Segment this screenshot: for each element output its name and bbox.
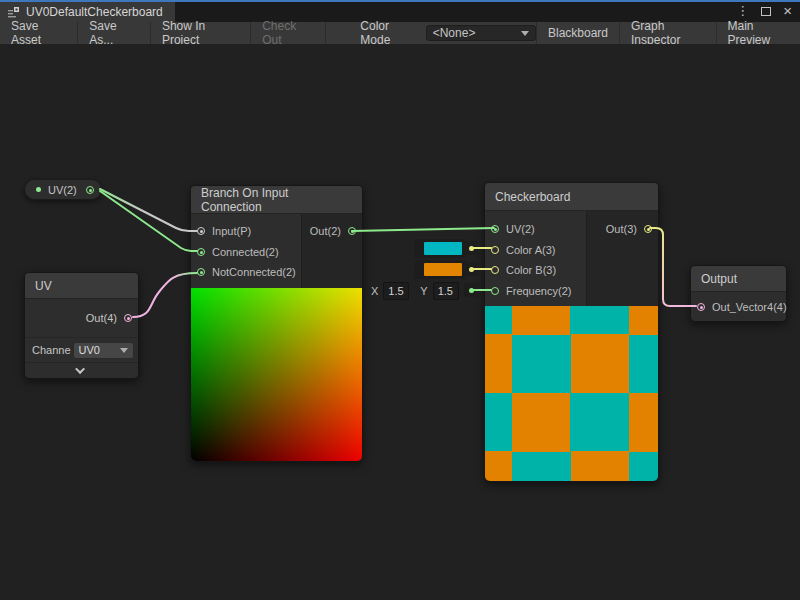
shader-graph-icon xyxy=(7,6,20,19)
uv-channel-row: Channe UV0 xyxy=(25,337,138,362)
collapse-preview-chevron-icon[interactable] xyxy=(75,364,85,374)
close-icon[interactable]: × xyxy=(783,4,792,18)
edge-out4-to-notconnected[interactable] xyxy=(133,273,197,317)
color-b-connector xyxy=(464,262,478,276)
checkerboard-preview xyxy=(485,306,658,481)
branch-preview xyxy=(191,288,362,461)
window-menu-icon[interactable]: ⋮ xyxy=(736,4,749,18)
color-a-connector xyxy=(464,241,478,255)
color-mode-label: Color Mode xyxy=(360,19,416,47)
shader-graph-window: UV0DefaultCheckerboard ⋮ × Save Asset Sa… xyxy=(0,0,800,600)
node-uv[interactable]: UV Out(4) Channe UV0 xyxy=(24,272,139,379)
node-uv2-pill[interactable]: UV(2) xyxy=(24,179,102,200)
window-controls: ⋮ × xyxy=(736,3,792,19)
color-b-connector-dot xyxy=(469,267,474,272)
checkerboard-frequency-label: Frequency(2) xyxy=(506,285,571,297)
save-as-button[interactable]: Save As... xyxy=(78,22,151,44)
node-checkerboard[interactable]: Checkerboard Out(3) UV(2) Color A(3) xyxy=(484,182,659,482)
toolbar: Save Asset Save As... Show In Project Ch… xyxy=(0,22,800,44)
color-mode-group: Color Mode <None> xyxy=(360,22,536,44)
channel-label: Channe xyxy=(32,344,71,356)
color-a-swatch[interactable] xyxy=(424,242,462,255)
port-branch-notconnected[interactable] xyxy=(197,268,205,276)
branch-input-label: Input(P) xyxy=(212,225,251,237)
port-checkerboard-frequency[interactable] xyxy=(491,287,499,295)
checkerboard-colora-label: Color A(3) xyxy=(506,244,556,256)
output-node-title: Output xyxy=(691,266,786,292)
branch-connected-label: Connected(2) xyxy=(212,246,279,258)
checkerboard-out-label: Out(3) xyxy=(606,223,637,235)
frequency-connector-dot xyxy=(469,288,474,293)
color-mode-dropdown[interactable]: <None> xyxy=(426,25,536,41)
tab-title: UV0DefaultCheckerboard xyxy=(26,5,163,19)
checkerboard-node-body: Out(3) UV(2) Color A(3) Color B(3) xyxy=(485,211,658,306)
frequency-field: X 1.5 Y 1.5 xyxy=(371,281,459,300)
checkerboard-out-row: Out(3) xyxy=(587,219,658,240)
port-branch-connected[interactable] xyxy=(197,248,205,256)
main-preview-button[interactable]: Main Preview xyxy=(716,22,800,44)
color-b-swatch[interactable] xyxy=(424,263,462,276)
port-checkerboard-color-b[interactable] xyxy=(491,266,499,274)
chevron-down-icon xyxy=(521,31,529,36)
frequency-y-input[interactable]: 1.5 xyxy=(433,282,459,300)
check-out-button: Check Out xyxy=(251,22,326,44)
frequency-y-label: Y xyxy=(420,285,427,297)
save-asset-button[interactable]: Save Asset xyxy=(0,22,78,44)
port-output-vector4[interactable] xyxy=(697,303,705,311)
output-port-row: Out_Vector4(4) xyxy=(691,292,786,321)
uv2-pill-dot-icon xyxy=(36,187,41,192)
branch-notconnected-label: NotConnected(2) xyxy=(212,266,296,278)
port-branch-out[interactable] xyxy=(348,227,356,235)
node-branch-on-input-connection[interactable]: Branch On Input Connection Out(2) Input(… xyxy=(190,185,363,462)
branch-node-body: Out(2) Input(P) Connected(2) NotConnecte… xyxy=(191,214,362,288)
output-port-label: Out_Vector4(4) xyxy=(712,301,787,313)
frequency-x-label: X xyxy=(371,285,378,297)
edge-uv2-to-input[interactable] xyxy=(100,189,197,231)
port-checkerboard-color-a[interactable] xyxy=(491,246,499,254)
color-mode-value: <None> xyxy=(433,26,476,40)
blackboard-button[interactable]: Blackboard xyxy=(536,22,619,44)
channel-value: UV0 xyxy=(79,344,100,356)
uv-out-row: Out(4) xyxy=(25,299,138,337)
checkerboard-output-section: Out(3) xyxy=(586,211,658,306)
uv2-pill-label: UV(2) xyxy=(48,184,79,196)
edge-out2-to-uv2[interactable] xyxy=(352,228,494,231)
color-a-connector-dot xyxy=(469,246,474,251)
port-branch-input[interactable] xyxy=(197,227,205,235)
graph-inspector-button[interactable]: Graph Inspector xyxy=(619,22,715,44)
branch-output-section: Out(2) xyxy=(301,214,362,288)
uv-collapse-row xyxy=(25,362,138,378)
maximize-icon[interactable] xyxy=(761,7,771,16)
port-uv-out[interactable] xyxy=(124,314,132,322)
checkerboard-uv-label: UV(2) xyxy=(506,223,535,235)
branch-out-label: Out(2) xyxy=(310,225,341,237)
toolbar-right-group: Blackboard Graph Inspector Main Preview xyxy=(536,22,800,44)
uv-node-title: UV xyxy=(25,273,138,299)
edge-uv2-to-connected[interactable] xyxy=(100,191,197,251)
checkerboard-colorb-label: Color B(3) xyxy=(506,264,556,276)
channel-dropdown[interactable]: UV0 xyxy=(73,342,134,359)
frequency-x-input[interactable]: 1.5 xyxy=(383,282,409,300)
frequency-connector xyxy=(464,283,478,297)
node-output[interactable]: Output Out_Vector4(4) xyxy=(690,265,787,322)
uv-out-label: Out(4) xyxy=(86,312,117,324)
checkerboard-node-title: Checkerboard xyxy=(485,183,658,211)
branch-out-row: Out(2) xyxy=(302,221,362,242)
graph-canvas[interactable]: UV(2) Branch On Input Connection Out(2) … xyxy=(0,44,800,600)
branch-node-title: Branch On Input Connection xyxy=(191,186,362,214)
color-b-field[interactable] xyxy=(414,260,466,279)
color-a-field[interactable] xyxy=(414,239,466,258)
chevron-down-icon xyxy=(120,348,128,353)
port-uv2-pill-out[interactable] xyxy=(86,186,94,194)
port-checkerboard-uv[interactable] xyxy=(491,225,499,233)
show-in-project-button[interactable]: Show In Project xyxy=(151,22,251,44)
port-checkerboard-out[interactable] xyxy=(644,225,652,233)
